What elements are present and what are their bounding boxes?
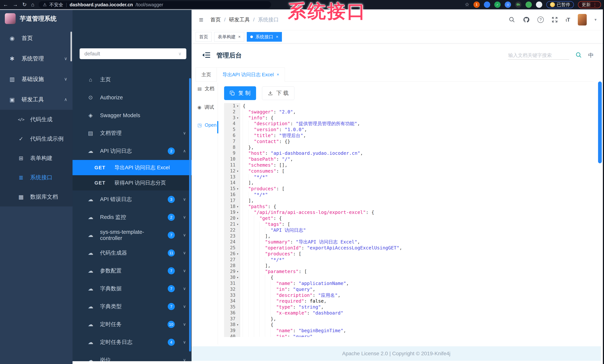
fold-icon[interactable]: ▾ (235, 215, 240, 221)
breadcrumb-item[interactable]: 首页 (210, 16, 221, 23)
doc-search-icon[interactable] (576, 52, 582, 59)
breadcrumb-item[interactable]: 研发工具 (229, 16, 250, 23)
close-icon[interactable]: × (277, 72, 279, 77)
content-scrollbar[interactable] (598, 81, 602, 163)
api-group-3[interactable]: ▤文档管理∨ (73, 124, 191, 142)
api-group-8[interactable]: ☁Redis 监控2∨ (73, 208, 191, 226)
line-number: 12 (230, 168, 235, 174)
doc-tab-1[interactable]: 导出API 访问日志 Excel× (217, 67, 285, 82)
app-logo[interactable]: 芋道管理系统 (0, 9, 73, 28)
api-group-9[interactable]: ☁sys-sms-template-controller7∨ (73, 226, 191, 244)
fold-icon[interactable]: ▾ (235, 103, 240, 109)
api-group-4[interactable]: ☁API 访问日志2∧ (73, 142, 191, 160)
json-token: : [ (276, 186, 285, 191)
sidebar-subitem-system-api[interactable]: ≣系统接口 (0, 168, 73, 187)
search-icon[interactable] (509, 17, 515, 23)
address-bar[interactable]: ⚠ 不安全 | dashboard.yudao.iocoder.cn /tool… (39, 1, 271, 8)
fold-icon[interactable]: ▾ (235, 209, 240, 215)
swagger-link-1[interactable]: ⊙Authorize (73, 88, 191, 106)
fold-icon[interactable]: ▾ (235, 115, 240, 121)
paused-profile-button[interactable]: 已暂停 (546, 1, 574, 8)
json-editor[interactable]: 1▾23▾456789101112▾131415▾161718▾19▾20▾21… (224, 103, 593, 337)
fold-icon[interactable]: ▾ (235, 168, 240, 174)
api-item-5[interactable]: GET导出API 访问日志 Excel (73, 160, 191, 175)
swagger-sidebar-scrollbar[interactable] (189, 78, 191, 351)
close-icon[interactable]: × (276, 34, 278, 39)
side-tab-debug[interactable]: ◉调试 (198, 104, 214, 111)
help-icon[interactable]: ? (537, 17, 544, 23)
doc-search-input[interactable] (508, 51, 569, 60)
json-string: "*/*" (271, 257, 285, 263)
api-group-7[interactable]: ☁API 错误日志3∨ (73, 190, 191, 208)
chevron-down-icon: ∨ (64, 76, 67, 82)
tags-view-tab-1[interactable]: 表单构建× (214, 32, 244, 42)
user-avatar[interactable] (578, 14, 587, 25)
sidebar-scrollbar[interactable] (71, 32, 72, 61)
sidebar-item-devtools[interactable]: ▣研发工具∧ (0, 89, 73, 110)
fold-icon[interactable]: ▾ (235, 269, 240, 275)
api-group-10[interactable]: ☁代码生成器11∨ (73, 244, 191, 262)
fold-icon[interactable]: ▾ (235, 322, 240, 328)
collapse-icon[interactable] (202, 52, 210, 59)
ext-blue-grid-extension-icon[interactable]: ∷ (505, 1, 511, 8)
github-icon[interactable] (523, 16, 530, 23)
sidebar-subitem-form-builder[interactable]: ⊞表单构建 (0, 149, 73, 168)
json-token: ], (248, 180, 254, 186)
sidebar-subitem-codegen[interactable]: </>代码生成 (0, 110, 73, 129)
sidebar-subitem-db-doc[interactable]: ▦数据库文档 (0, 187, 73, 206)
api-group-11[interactable]: ☁参数配置7∨ (73, 262, 191, 280)
side-tab-open[interactable]: ◳Open (198, 122, 216, 128)
ext-green-leaf-extension-icon[interactable] (526, 1, 532, 8)
api-group-13[interactable]: ☁字典类型7∨ (73, 298, 191, 315)
update-button[interactable]: 更新 ⋮ (578, 1, 601, 8)
reload-icon[interactable]: ↻ (22, 2, 26, 7)
ext-green-check-extension-icon[interactable]: ✓ (494, 1, 501, 8)
forward-icon[interactable]: → (13, 2, 18, 7)
avatar-caret-icon[interactable]: ▾ (594, 17, 597, 22)
language-icon[interactable]: 中 (588, 52, 594, 59)
debug-icon: ◉ (198, 105, 201, 110)
hamburger-icon[interactable]: ≡ (199, 16, 203, 24)
browser-home-icon[interactable]: ⌂ (31, 2, 34, 7)
swagger-link-0[interactable]: ⌂主页 (73, 71, 191, 88)
json-string: "提供管理员管理的所有功能" (296, 121, 357, 126)
gear-icon: ✱ (8, 55, 16, 62)
swagger-link-2[interactable]: ◈Swagger Models (73, 106, 191, 124)
ext-orange-extension-icon[interactable]: 1 (473, 1, 480, 8)
fold-icon[interactable]: ▾ (235, 204, 240, 210)
tags-view-tab-2[interactable]: 系统接口× (247, 32, 282, 42)
sidebar-subitem-codegen-demo[interactable]: ✓代码生成示例 (0, 129, 73, 149)
fullscreen-icon[interactable] (552, 17, 558, 23)
line-number: 25 (230, 245, 235, 251)
line-number: 6 (233, 133, 235, 138)
sidebar-item-system[interactable]: ✱系统管理∨ (0, 48, 73, 69)
api-item-6[interactable]: GET获得API 访问日志分页 (73, 175, 191, 190)
fold-icon[interactable]: ▾ (235, 251, 240, 257)
ext-6h-extension-icon[interactable]: 6h (515, 1, 521, 8)
api-group-12[interactable]: ☁字典数据7∨ (73, 280, 191, 298)
doc-tab-0[interactable]: 主页 (196, 67, 217, 82)
sidebar-item-home[interactable]: ◉首页 (0, 28, 73, 48)
ext-puzzle-extension-icon[interactable] (536, 1, 542, 8)
api-group-14[interactable]: ☁定时任务10∨ (73, 315, 191, 333)
sidebar-item-infra[interactable]: ▥基础设施∨ (0, 69, 73, 89)
api-group-16[interactable]: ☁岗位∨ (73, 351, 191, 361)
doc-group-select[interactable]: default ∨ (80, 48, 186, 59)
indent-guide (243, 263, 248, 269)
fold-icon[interactable]: ▾ (235, 221, 240, 227)
indent-guide (271, 310, 276, 316)
browser-menu-icon[interactable]: ⋮ (592, 2, 597, 8)
api-group-15[interactable]: ☁定时任务日志4∨ (73, 333, 191, 351)
bookmark-star-icon[interactable]: ☆ (465, 2, 469, 7)
font-size-icon[interactable]: tT (566, 17, 570, 23)
copy-button[interactable]: 复 制 (224, 86, 256, 100)
side-tab-doc[interactable]: ▤文档 (198, 85, 214, 92)
download-button[interactable]: 下 载 (262, 86, 294, 100)
back-icon[interactable]: ← (3, 2, 8, 7)
cloud-icon: ☁ (87, 321, 94, 327)
ext-blue-drop-extension-icon[interactable] (484, 1, 490, 8)
close-icon[interactable]: × (238, 34, 241, 39)
fold-icon[interactable]: ▾ (235, 186, 240, 192)
fold-icon[interactable]: ▾ (235, 275, 240, 280)
tags-view-tab-0[interactable]: 首页 (196, 32, 212, 42)
